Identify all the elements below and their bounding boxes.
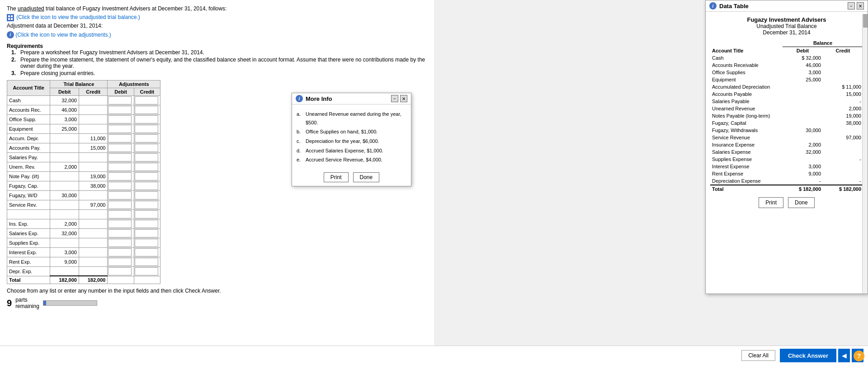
adj-debit-input[interactable]	[108, 229, 132, 237]
dt-print-button[interactable]: Print	[759, 197, 783, 208]
adj-debit-input[interactable]	[108, 182, 132, 190]
adj-credit-input[interactable]	[135, 258, 158, 266]
adjustments-link[interactable]: (Click the icon to view the adjustments.…	[15, 32, 111, 38]
adj-link[interactable]: i (Click the icon to view the adjustment…	[7, 31, 427, 39]
adj-credit-input[interactable]	[135, 248, 158, 256]
ws-row-adj-credit[interactable]	[134, 152, 160, 162]
mi-done-button[interactable]: Done	[353, 172, 380, 182]
adj-credit-input[interactable]	[135, 182, 158, 190]
ws-row-adj-credit[interactable]	[134, 114, 160, 124]
ws-row-adj-debit[interactable]	[108, 219, 134, 228]
grid-icon[interactable]	[7, 14, 14, 21]
more-info-close-button[interactable]: ✕	[400, 95, 407, 102]
ws-row-adj-debit[interactable]	[108, 162, 134, 171]
check-answer-button[interactable]: Check Answer	[780, 349, 836, 362]
ws-row-adj-credit[interactable]	[134, 171, 160, 181]
adj-credit-input[interactable]	[135, 134, 158, 142]
adj-debit-input[interactable]	[108, 210, 132, 218]
more-info-controls[interactable]: − ✕	[391, 95, 407, 102]
adj-credit-input[interactable]	[135, 267, 158, 275]
ws-row-adj-credit[interactable]	[134, 238, 160, 247]
adj-debit-input[interactable]	[108, 248, 132, 256]
mi-print-button[interactable]: Print	[324, 172, 349, 182]
adj-debit-input[interactable]	[108, 144, 132, 152]
ws-row-adj-credit[interactable]	[134, 247, 160, 257]
ws-row-adj-debit[interactable]	[108, 114, 134, 124]
ws-row-adj-debit[interactable]	[108, 200, 134, 209]
adj-credit-input[interactable]	[135, 115, 158, 123]
adj-debit-input[interactable]	[108, 125, 132, 133]
req-item-3: 3. Prepare closing journal entries.	[11, 70, 427, 76]
clear-all-button[interactable]: Clear All	[741, 350, 775, 361]
adj-credit-input[interactable]	[135, 106, 158, 114]
ws-row-adj-credit[interactable]	[134, 143, 160, 152]
ws-row-adj-debit[interactable]	[108, 124, 134, 133]
adj-debit-input[interactable]	[108, 163, 132, 171]
data-table-scrollbar[interactable]	[862, 14, 868, 294]
ws-row-adj-credit[interactable]	[134, 105, 160, 114]
ws-row-adj-debit[interactable]	[108, 209, 134, 219]
data-table-minimize-button[interactable]: −	[848, 2, 855, 9]
adj-debit-input[interactable]	[108, 267, 132, 275]
adj-credit-input[interactable]	[135, 125, 158, 133]
adj-credit-input[interactable]	[135, 220, 158, 228]
ws-row-adj-debit[interactable]	[108, 95, 134, 105]
ws-row-adj-credit[interactable]	[134, 124, 160, 133]
adj-debit-input[interactable]	[108, 134, 132, 142]
adj-debit-input[interactable]	[108, 258, 132, 266]
ws-row-adj-debit[interactable]	[108, 152, 134, 162]
ws-row-adj-credit[interactable]	[134, 219, 160, 228]
adj-credit-input[interactable]	[135, 172, 158, 180]
ws-row-adj-credit[interactable]	[134, 95, 160, 105]
ws-row-adj-credit[interactable]	[134, 266, 160, 276]
ws-row-adj-credit[interactable]	[134, 276, 160, 284]
adj-credit-input[interactable]	[135, 210, 158, 218]
adj-credit-input[interactable]	[135, 153, 158, 161]
data-table-controls[interactable]: − ✕	[848, 2, 864, 9]
ws-row-adj-credit[interactable]	[134, 162, 160, 171]
ws-row-adj-credit[interactable]	[134, 190, 160, 200]
prev-button[interactable]: ◀	[838, 349, 850, 362]
ws-row-adj-debit[interactable]	[108, 228, 134, 238]
ws-row-adj-debit[interactable]	[108, 143, 134, 152]
ws-row-adj-debit[interactable]	[108, 190, 134, 200]
adj-debit-input[interactable]	[108, 106, 132, 114]
adj-credit-input[interactable]	[135, 201, 158, 209]
adj-credit-input[interactable]	[135, 163, 158, 171]
ws-row-adj-credit[interactable]	[134, 181, 160, 190]
info-icon-adj[interactable]: i	[7, 31, 14, 38]
ws-row-adj-debit[interactable]	[108, 105, 134, 114]
dt-done-button[interactable]: Done	[788, 197, 815, 208]
adj-credit-input[interactable]	[135, 239, 158, 247]
adj-debit-input[interactable]	[108, 153, 132, 161]
adj-debit-input[interactable]	[108, 239, 132, 247]
ws-row-adj-credit[interactable]	[134, 133, 160, 143]
adj-credit-input[interactable]	[135, 96, 158, 104]
adj-credit-input[interactable]	[135, 144, 158, 152]
adj-debit-input[interactable]	[108, 172, 132, 180]
ws-row-adj-debit[interactable]	[108, 266, 134, 276]
adj-debit-input[interactable]	[108, 201, 132, 209]
help-button[interactable]: ?	[854, 351, 864, 361]
data-table-close-button[interactable]: ✕	[857, 2, 864, 9]
ws-row-adj-debit[interactable]	[108, 257, 134, 266]
adj-debit-input[interactable]	[108, 96, 132, 104]
adj-credit-input[interactable]	[135, 229, 158, 237]
adj-credit-input[interactable]	[135, 191, 158, 199]
ws-row-adj-debit[interactable]	[108, 247, 134, 257]
ws-row-adj-debit[interactable]	[108, 171, 134, 181]
ws-row-adj-credit[interactable]	[134, 228, 160, 238]
adj-debit-input[interactable]	[108, 191, 132, 199]
ws-row-adj-credit[interactable]	[134, 257, 160, 266]
adj-debit-input[interactable]	[108, 115, 132, 123]
ws-row-adj-credit[interactable]	[134, 200, 160, 209]
adj-debit-input[interactable]	[108, 220, 132, 228]
ws-row-adj-debit[interactable]	[108, 181, 134, 190]
ws-row-adj-debit[interactable]	[108, 133, 134, 143]
more-info-minimize-button[interactable]: −	[391, 95, 398, 102]
trial-balance-link[interactable]: (Click the icon to view the unadjusted t…	[16, 14, 140, 20]
ws-row-adj-debit[interactable]	[108, 238, 134, 247]
intro-link1[interactable]: (Click the icon to view the unadjusted t…	[7, 13, 427, 22]
ws-row-adj-debit[interactable]	[108, 276, 134, 284]
ws-row-adj-credit[interactable]	[134, 209, 160, 219]
